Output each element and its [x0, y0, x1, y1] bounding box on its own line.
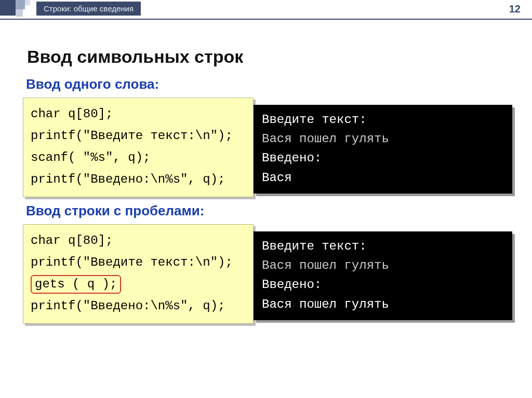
terminal-box-2: Введите текст: Вася пошел гулять Введено… [254, 231, 512, 320]
code2-l2: printf("Введите текст:\n"); [31, 255, 233, 269]
term2-l3: Введено: [262, 275, 504, 294]
code-box-1: char q[80]; printf("Введите текст:\n"); … [23, 98, 254, 197]
section1-heading: Ввод одного слова: [26, 76, 517, 92]
term1-l4: Вася [262, 168, 504, 187]
code1-l2: printf("Введите текст:\n"); [31, 129, 233, 143]
section1-pair: char q[80]; printf("Введите текст:\n"); … [23, 98, 517, 194]
term2-l1: Введите текст: [262, 237, 504, 256]
code2-l3-highlight: gets ( q ); [31, 275, 121, 294]
code-box-2: char q[80]; printf("Введите текст:\n"); … [23, 224, 254, 324]
code1-l1: char q[80]; [31, 107, 113, 121]
code1-l3: scanf( "%s", q); [31, 150, 150, 164]
code1-l4: printf("Введено:\n%s", q); [31, 172, 225, 186]
term2-l4: Вася пошел гулять [262, 295, 504, 314]
section2-heading: Ввод строки с пробелами: [26, 203, 517, 219]
terminal-box-1: Введите текст: Вася пошел гулять Введено… [254, 105, 512, 194]
term2-l2: Вася пошел гулять [262, 256, 504, 275]
slide-content: Ввод символьных строк Ввод одного слова:… [0, 19, 532, 328]
term1-l2: Вася пошел гулять [262, 129, 504, 148]
code2-l4: printf("Введено:\n%s", q); [31, 299, 225, 313]
term1-l1: Введите текст: [262, 110, 504, 129]
page-title: Ввод символьных строк [27, 47, 517, 67]
slide-header: Строки: общие сведения 12 [0, 0, 532, 19]
corner-decoration [0, 0, 37, 19]
page-number: 12 [509, 3, 521, 15]
code2-l1: char q[80]; [31, 234, 113, 248]
term1-l3: Введено: [262, 148, 504, 168]
section2-pair: char q[80]; printf("Введите текст:\n"); … [23, 224, 517, 328]
breadcrumb: Строки: общие сведения [36, 2, 141, 16]
header-rule [0, 19, 532, 20]
